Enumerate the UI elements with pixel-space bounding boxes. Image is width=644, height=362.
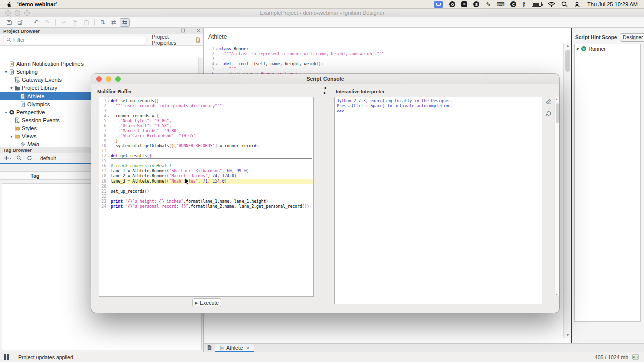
bluetooth-icon[interactable]: ᛒ [522,1,526,8]
compare-active-icon[interactable]: ⇆ [120,18,130,27]
code-line-18[interactable]: 18lane_2 = Athlete.Runner("Marcell Jacob… [99,174,313,179]
script-console-titlebar[interactable]: Script Console [91,74,559,84]
app-dark-icon[interactable]: ≡ [461,1,467,8]
code-line-8[interactable]: 8—→—→"Sha'Carri Richardson": "10.65" [99,134,313,139]
redo-icon[interactable]: ↷ [42,18,52,27]
code-line-24[interactable]: 24print "{}'s personal record: {}".forma… [99,204,313,209]
compare-icon[interactable]: ⇄ [109,18,119,27]
fold-toggle-icon[interactable]: ∨ [214,47,219,52]
tag-search-icon[interactable] [16,155,22,161]
code-line-20[interactable]: 20 [99,184,313,189]
tab-close-icon[interactable]: × [247,345,250,351]
fold-toggle-icon[interactable]: > [106,154,111,159]
code-line-11[interactable]: 11—→ [99,149,313,154]
code-line-12[interactable]: 12>def get_results(): [99,154,313,159]
twisty-expanded-icon[interactable]: ▼ [9,135,14,138]
script-hint-scope-dropdown[interactable]: Designer ▼ [620,33,644,42]
paste-icon[interactable] [81,18,91,27]
code-line-1[interactable]: 1∨def set_up_records(): [99,99,313,104]
tag-provider-label[interactable]: default [40,155,56,161]
tag-column-tag[interactable]: Tag [0,172,70,179]
code-line-21[interactable]: 21set_up_records() [99,189,313,194]
tab-athlete[interactable]: Athlete × [215,344,254,352]
memory-icon[interactable] [632,354,639,360]
code-line-5[interactable]: 5—→—→"Noah Lyles": "9.86", [99,119,313,124]
code-text [111,109,313,114]
twisty-expanded-icon[interactable]: ▼ [3,70,9,74]
merge-icon[interactable]: ⇅ [98,18,108,27]
code-line-4[interactable]: 4∨—→def __init__(self, name, height, wei… [204,62,564,67]
editor-vertical-scrollbar[interactable]: ▲ ▼ [564,43,571,338]
console-pin-icon[interactable] [207,345,212,351]
tag-refresh-icon[interactable] [27,155,32,161]
keyboard-icon[interactable]: ⌨ [497,1,505,8]
code-line-16[interactable]: 16# Track runners in Heat 1 [99,164,313,169]
project-properties-icon[interactable] [195,37,201,43]
battery-icon[interactable] [532,1,542,8]
scroll-up-icon[interactable]: ▲ [564,43,571,49]
twisty-collapsed-icon[interactable]: ▶ [577,47,579,51]
screen-mirroring-icon[interactable] [434,1,443,8]
collapse-right-icon[interactable]: ▶ [324,90,326,95]
copy-icon[interactable] [70,18,80,27]
c-app-icon[interactable]: C [510,1,516,8]
code-line-10[interactable]: 10—→system.util.getGlobals()['RUNNER_REC… [99,144,313,149]
filter-input[interactable] [13,37,144,43]
apple-menu-icon[interactable] [6,1,12,7]
code-line-19[interactable]: 19lane_3 = Athlete.Runner("Noah Lyles", … [99,179,313,184]
menubar-app-title[interactable]: 'demo webinar' [17,1,57,7]
collapse-left-icon[interactable]: ◀ [324,86,326,90]
reset-interpreter-icon[interactable] [545,110,552,117]
fold-spacer [106,119,111,124]
line-number: 21 [99,189,106,194]
code-line-3[interactable]: 3 [99,109,313,114]
hint-tree-item-runner[interactable]: ▶ C Runner [575,44,640,53]
save-icon[interactable] [4,18,14,27]
code-line-15[interactable]: 15 [99,159,313,164]
code-line-22[interactable]: 22 [99,194,313,199]
sidebar-item-alarm-notification-pipelines[interactable]: Alarm Notification Pipelines [0,60,198,68]
filter-field[interactable] [3,36,147,44]
code-line-7[interactable]: 7—→—→"Marcell Jacobs": "9.80", [99,129,313,134]
fold-toggle-icon[interactable]: ∨ [106,114,111,119]
user-switch-icon[interactable] [574,1,580,8]
code-line-17[interactable]: 17lane_1 = Athlete.Runner("Sha'Carri Ric… [99,169,313,174]
panel-float-icon[interactable]: ❐ [181,29,185,33]
scroll-down-icon[interactable]: ▼ [564,332,571,338]
add-tag-button[interactable]: ▾ [4,155,11,161]
menubar-clock[interactable]: Thu Jul 25 10:29 AM [587,1,638,7]
code-line-1[interactable]: 1∨class Runner: [204,47,564,52]
code-line-5[interactable]: 5—→—→""" [204,67,564,72]
panel-close-icon[interactable]: ✕ [196,29,200,33]
project-properties-button[interactable]: Project Properties [152,34,193,46]
interactive-interpreter-console[interactable]: Jython 2.7.3, executing locally in the D… [334,97,542,304]
wifi-icon[interactable] [548,1,555,8]
code-line-23[interactable]: 23print "{}'s height: {} inches".format(… [99,199,313,204]
code-line-6[interactable]: 6—→—→"Usain Bolt": "9.58", [99,124,313,129]
cut-icon[interactable]: ✂ [59,18,69,27]
project-library-icon [14,85,21,91]
pen-app-icon[interactable]: ✎ [486,1,490,8]
spotlight-icon[interactable] [561,1,568,8]
code-line-4[interactable]: 4∨—→runner_records = { [99,114,313,119]
s-app-icon[interactable]: S [473,1,479,8]
buffer-scrollbar[interactable]: ▲▼ [554,97,559,296]
twisty-expanded-icon[interactable]: ▼ [3,111,9,114]
code-line-3[interactable]: 3—→ [204,57,564,62]
split-collapse-arrows[interactable]: ◀▶ [324,86,326,95]
fold-toggle-icon[interactable]: ∨ [214,62,219,67]
code-line-9[interactable]: 9—→} [99,139,313,144]
multiline-buffer-editor[interactable]: 1∨def set_up_records():2—→"""Insert reco… [99,97,314,297]
code-line-2[interactable]: 2—→"""Insert records into globals dictio… [99,104,313,109]
fold-toggle-icon[interactable]: ∨ [106,99,111,104]
execute-button[interactable]: ▶ Execute [192,298,221,307]
save-plus-icon[interactable] [15,18,25,27]
code-line-2[interactable]: 2—→"""A class to represent a runner with… [204,52,564,57]
circle-o-icon[interactable]: O [449,1,455,8]
clear-output-icon[interactable] [545,98,552,105]
designer-titlebar[interactable]: ExampleProject - demo-webinar - Ignition… [0,9,644,17]
undo-icon[interactable]: ↶ [31,18,41,27]
twisty-expanded-icon[interactable]: ▼ [9,86,14,90]
panel-minimize-icon[interactable]: — [188,29,193,33]
status-grid-icon[interactable] [4,354,9,360]
